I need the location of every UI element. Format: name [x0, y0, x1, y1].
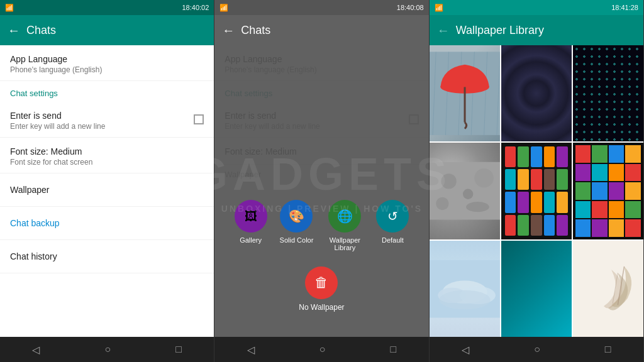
- cb2-9: [575, 182, 591, 199]
- wallpaper-cell-colorblocks2[interactable]: [573, 143, 643, 239]
- moon-pattern: [430, 143, 500, 239]
- status-bar-1: 📶 18:40:02: [0, 0, 214, 15]
- svg-point-12: [474, 168, 494, 188]
- leaves-svg: [573, 241, 643, 337]
- cb-cyan: [505, 169, 516, 190]
- default-circle[interactable]: ↺: [376, 200, 409, 233]
- cb2-17: [575, 219, 591, 236]
- screen2-content: App Language Phone's language (English) …: [214, 45, 428, 337]
- cb-blue: [531, 146, 542, 167]
- cb-cyan2: [544, 192, 555, 212]
- svg-rect-20: [573, 260, 643, 317]
- gallery-circle[interactable]: 🖼: [235, 200, 267, 233]
- cb-red: [505, 146, 516, 167]
- cb-purple2: [518, 192, 529, 212]
- home-nav-2[interactable]: ○: [307, 339, 338, 360]
- sim-icon-2: 📶: [219, 4, 228, 12]
- cb-green2: [557, 169, 568, 190]
- wallpaper-cell-damask[interactable]: [501, 45, 572, 141]
- app-language-item[interactable]: App Language Phone's language (English): [0, 45, 214, 81]
- back-nav-1[interactable]: ◁: [19, 339, 52, 361]
- enter-send-title: Enter is send: [10, 111, 204, 121]
- gallery-option[interactable]: 🖼 Gallery: [235, 200, 267, 251]
- home-nav-1[interactable]: ○: [92, 339, 123, 360]
- cb-red2: [531, 169, 542, 190]
- sim-icon-3: 📶: [435, 4, 443, 12]
- status-right-2: 18:40:08: [397, 4, 424, 11]
- back-nav-3[interactable]: ◁: [449, 339, 482, 361]
- wallpaper-cell-clouds[interactable]: [430, 241, 500, 337]
- cb2-12: [625, 182, 641, 199]
- cb2-18: [592, 219, 608, 236]
- solid-color-option[interactable]: 🎨 Solid Color: [280, 200, 314, 251]
- status-right-3: 18:41:28: [611, 4, 638, 11]
- solid-color-circle[interactable]: 🎨: [280, 200, 313, 233]
- screen1: 📶 18:40:02 ← Chats App Language Phone's …: [0, 0, 214, 362]
- wallpaper-library-circle[interactable]: 🌐: [328, 200, 361, 233]
- font-size-item[interactable]: Font size: Medium Font size for chat scr…: [0, 138, 214, 173]
- settings-list-1: App Language Phone's language (English) …: [0, 45, 214, 273]
- cb-orange2: [531, 192, 542, 212]
- cb2-13: [575, 201, 591, 218]
- cloud-svg: [430, 241, 500, 337]
- home-nav-3[interactable]: ○: [521, 339, 553, 360]
- wallpaper-cell-leaves[interactable]: [573, 241, 643, 337]
- enter-send-checkbox[interactable]: [194, 114, 204, 124]
- back-nav-2[interactable]: ◁: [235, 339, 267, 361]
- cb-green: [518, 146, 529, 167]
- wallpaper-cell-dots[interactable]: [573, 45, 643, 141]
- svg-point-14: [466, 202, 489, 212]
- screen3-title: Wallpaper Library: [456, 24, 544, 37]
- default-option[interactable]: ↺ Default: [376, 200, 409, 251]
- moon-svg: [430, 143, 500, 239]
- screen1-title: Chats: [26, 24, 56, 37]
- leaves-pattern: [573, 241, 643, 337]
- recents-nav-2[interactable]: □: [377, 339, 409, 360]
- wallpaper-grid: [430, 45, 643, 337]
- recents-nav-3[interactable]: □: [592, 339, 624, 360]
- font-size-title: Font size: Medium: [10, 146, 204, 156]
- colorblocks-grid: [501, 143, 572, 239]
- wallpaper-library-icon: 🌐: [337, 209, 353, 224]
- solid-color-icon: 🎨: [289, 209, 304, 224]
- screen2: 📶 18:40:08 ← Chats App Language Phone's …: [214, 0, 429, 362]
- back-button-1[interactable]: ←: [8, 23, 20, 38]
- cb2-6: [592, 164, 608, 181]
- back-button-2[interactable]: ←: [222, 23, 235, 38]
- cb2-3: [609, 145, 625, 162]
- gallery-label: Gallery: [240, 236, 262, 244]
- teal-pattern: [501, 241, 572, 337]
- default-icon: ↺: [387, 209, 398, 224]
- no-wallpaper-button[interactable]: 🗑: [305, 266, 338, 299]
- cb-red3: [505, 215, 516, 236]
- top-bar-3: ← Wallpaper Library: [430, 15, 643, 45]
- cb2-11: [609, 182, 625, 199]
- status-bar-2: 📶 18:40:08: [214, 0, 428, 15]
- wallpaper-item[interactable]: Wallpaper: [0, 173, 214, 207]
- cb-blue2: [505, 192, 516, 212]
- wallpaper-cell-moon[interactable]: [430, 143, 500, 239]
- chat-backup-item[interactable]: Chat backup: [0, 207, 214, 240]
- wallpaper-cell-colorblocks[interactable]: [501, 143, 572, 239]
- recents-nav-1[interactable]: □: [163, 339, 194, 360]
- wallpaper-library-option[interactable]: 🌐 Wallpaper Library: [326, 200, 364, 251]
- wallpaper-cell-teal[interactable]: [501, 241, 572, 337]
- wallpaper-picker-overlay: 🖼 Gallery 🎨 Solid Color 🌐 Wallpaper Libr…: [214, 45, 428, 337]
- app-language-title: App Language: [10, 54, 204, 64]
- chat-history-item[interactable]: Chat history: [0, 240, 214, 273]
- bottom-nav-2: ◁ ○ □: [214, 337, 428, 362]
- wallpaper-cell-umbrella[interactable]: [430, 45, 500, 141]
- enter-send-sub: Enter key will add a new line: [10, 122, 204, 131]
- top-bar-1: ← Chats: [0, 15, 214, 45]
- enter-send-item[interactable]: Enter is send Enter key will add a new l…: [0, 102, 214, 138]
- cb2-7: [609, 164, 625, 181]
- screen1-content: App Language Phone's language (English) …: [0, 45, 214, 337]
- status-left-1: 📶: [5, 4, 14, 12]
- status-left-3: 📶: [435, 4, 443, 12]
- cb2-1: [575, 145, 591, 162]
- cb2-15: [609, 201, 625, 218]
- status-bar-3: 📶 18:41:28: [430, 0, 643, 15]
- gallery-icon: 🖼: [245, 209, 257, 224]
- bottom-nav-1: ◁ ○ □: [0, 337, 214, 362]
- back-button-3[interactable]: ←: [437, 23, 450, 38]
